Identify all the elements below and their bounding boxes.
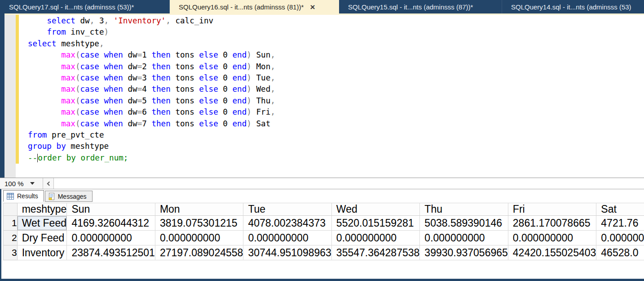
code-token	[28, 96, 61, 105]
grid-cell[interactable]: 0.000000000	[596, 231, 644, 245]
row-header[interactable]: 2	[4, 231, 18, 245]
grid-cell[interactable]: 39930.937056965	[420, 245, 508, 260]
code-token: then	[147, 107, 171, 116]
code-token: max	[61, 96, 75, 105]
grid-cell[interactable]: 27197.089024558	[155, 245, 243, 260]
code-token: =	[137, 107, 142, 116]
grid-cell[interactable]: 4721.76	[596, 216, 644, 231]
grid-cell[interactable]: 35547.364287538	[331, 245, 419, 260]
code-token: when	[99, 119, 123, 128]
grid-cell[interactable]: 0.000000000	[331, 231, 419, 245]
scroll-left-button[interactable]	[43, 178, 54, 189]
code-token: case	[80, 96, 99, 105]
code-token: =	[137, 62, 142, 71]
code-token: case	[80, 73, 99, 82]
row-header[interactable]: 3	[4, 245, 18, 260]
code-token: (	[75, 107, 80, 116]
grid-cell[interactable]: 2861.170078665	[508, 216, 596, 231]
code-token: ,	[270, 73, 275, 82]
code-token: (	[75, 85, 80, 94]
column-header[interactable]: Sun	[67, 203, 155, 216]
code-token: =	[137, 119, 142, 128]
document-tab-label: SQLQuery16.sql - it...nts (adminsss (81)…	[179, 3, 304, 11]
code-token: ,	[166, 16, 171, 25]
grid-cell[interactable]: 5038.589390146	[420, 216, 508, 231]
code-token: then	[147, 73, 171, 82]
code-token: by	[52, 142, 66, 151]
grid-cell[interactable]: Inventory	[17, 245, 67, 260]
code-token: meshtype	[66, 142, 109, 151]
grid-cell[interactable]: 4078.002384373	[243, 216, 331, 231]
row-header[interactable]: 1	[4, 216, 18, 231]
grid-cell[interactable]: 0.000000000	[508, 231, 596, 245]
code-line: from inv_cte)	[28, 27, 275, 38]
code-token: 5	[142, 96, 147, 105]
grid-cell-selected[interactable]: Wet Feed	[17, 216, 67, 231]
document-tab[interactable]: SQLQuery14.sql - it...nts (adminsss (53)	[502, 0, 644, 13]
grid-cell[interactable]: 0.000000000	[420, 231, 508, 245]
code-token: case	[80, 107, 99, 116]
document-tab[interactable]: SQLQuery17.sql - it...nts (adminsss (53)…	[0, 0, 170, 13]
code-line: max(case when dw=1 then tons else 0 end)…	[28, 49, 275, 61]
ssms-window: SQLQuery17.sql - it...nts (adminsss (53)…	[0, 0, 644, 281]
code-token: )	[247, 107, 251, 116]
grid-cell[interactable]: 0.000000000	[67, 231, 155, 245]
code-token	[28, 27, 47, 36]
code-token: ,	[270, 62, 275, 71]
code-token: tons	[171, 96, 194, 105]
code-token: 0	[218, 62, 228, 71]
grid-cell[interactable]: 5520.015159281	[331, 216, 419, 231]
code-token: 0	[218, 85, 228, 94]
grid-cell[interactable]: 0.000000000	[155, 231, 243, 245]
code-token: else	[194, 85, 218, 94]
code-token: tons	[171, 73, 194, 82]
document-tab[interactable]: SQLQuery16.sql - it...nts (adminsss (81)…	[170, 0, 339, 13]
grid-cell[interactable]: 30744.951098963	[243, 245, 331, 260]
code-token: dw	[123, 73, 137, 82]
editor-left-edge	[0, 13, 4, 178]
column-header[interactable]: Tue	[243, 203, 331, 216]
column-header[interactable]: Thu	[420, 203, 508, 216]
code-token: dw	[123, 85, 137, 94]
grid-cell[interactable]: 46528.0	[596, 245, 644, 260]
code-token: max	[61, 119, 75, 128]
grid-cell[interactable]: 4169.326044312	[67, 216, 155, 231]
results-panel: Results Messages meshtypeSunMonTueWedThu…	[0, 189, 644, 279]
code-token: 'Inventory'	[114, 16, 166, 25]
code-line: max(case when dw=7 then tons else 0 end)…	[28, 118, 275, 129]
code-token: tons	[171, 62, 194, 71]
code-token: (	[75, 73, 80, 82]
code-token: case	[80, 119, 99, 128]
code-token: dw	[123, 107, 137, 116]
grid-cell[interactable]: 23874.493512501	[67, 245, 155, 260]
close-icon[interactable]: ×	[310, 3, 315, 11]
grid-corner-cell[interactable]	[4, 203, 18, 216]
grid-cell[interactable]: 42420.155025403	[508, 245, 596, 260]
sql-editor[interactable]: select dw, 3, 'Inventory', calc_inv from…	[0, 13, 644, 178]
horizontal-scrollbar[interactable]	[54, 178, 644, 189]
results-grid-wrap: meshtypeSunMonTueWedThuFriSat 1Wet Feed4…	[3, 203, 644, 279]
tab-results[interactable]: Results	[3, 190, 44, 202]
code-token: end	[228, 50, 247, 59]
code-token: Mon	[251, 62, 270, 71]
code-token: 0	[218, 96, 228, 105]
messages-icon	[49, 193, 55, 200]
column-header[interactable]: Sat	[596, 203, 644, 216]
zoom-level-dropdown[interactable]: 100 %	[0, 178, 43, 189]
code-token: )	[247, 96, 251, 105]
column-header[interactable]: Mon	[155, 203, 243, 216]
column-header[interactable]: Wed	[331, 203, 419, 216]
tab-messages[interactable]: Messages	[45, 191, 93, 202]
code-token: max	[61, 50, 75, 59]
document-tab[interactable]: SQLQuery15.sql - it...nts (adminsss (87)…	[339, 0, 502, 13]
code-token: 1	[142, 50, 147, 59]
column-header[interactable]: meshtype	[17, 203, 67, 216]
code-token: =	[137, 85, 142, 94]
code-token: tons	[171, 85, 194, 94]
sql-code[interactable]: select dw, 3, 'Inventory', calc_inv from…	[28, 15, 275, 164]
code-line: max(case when dw=2 then tons else 0 end)…	[28, 61, 275, 72]
column-header[interactable]: Fri	[508, 203, 596, 216]
grid-cell[interactable]: 0.000000000	[243, 231, 331, 245]
grid-cell[interactable]: Dry Feed	[17, 231, 67, 245]
grid-cell[interactable]: 3819.075301215	[155, 216, 243, 231]
